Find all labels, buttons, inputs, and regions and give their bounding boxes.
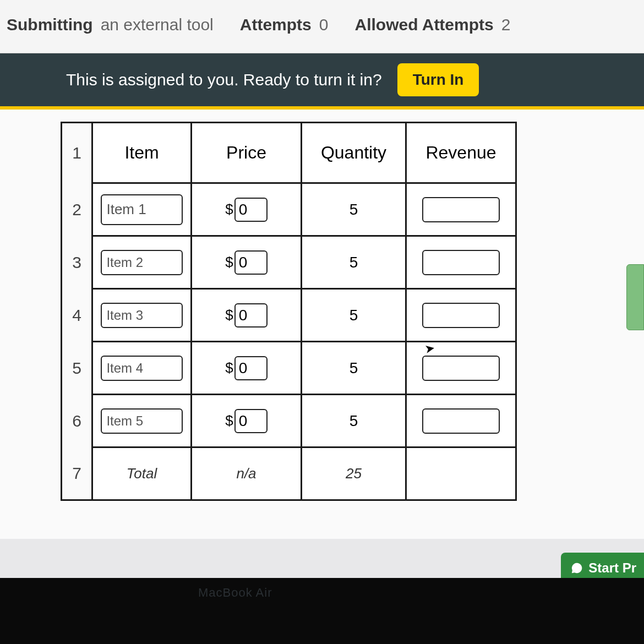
price-value[interactable]: 0 bbox=[234, 356, 268, 380]
allowed-attempts-value: 2 bbox=[501, 15, 511, 34]
price-input[interactable]: $0 bbox=[192, 237, 301, 288]
total-revenue bbox=[406, 447, 516, 500]
table-total-row: 7 Total n/a 25 bbox=[62, 447, 516, 500]
revenue-input[interactable] bbox=[422, 250, 500, 275]
assignment-message: This is assigned to you. Ready to turn i… bbox=[66, 70, 382, 89]
table-row: 2 Item 1 $0 5 bbox=[62, 183, 516, 236]
header-quantity: Quantity bbox=[302, 123, 406, 183]
price-input[interactable]: $0 bbox=[192, 290, 301, 341]
row-number: 4 bbox=[62, 289, 92, 342]
submitting-value: an external tool bbox=[101, 15, 214, 34]
currency-prefix: $ bbox=[225, 307, 233, 324]
table-row: 5 Item 4 $0 5 bbox=[62, 342, 516, 395]
total-label: Total bbox=[92, 447, 192, 500]
table-row: 4 Item 3 $0 5 bbox=[62, 289, 516, 342]
turn-in-button[interactable]: Turn In bbox=[397, 63, 479, 96]
assignment-banner: This is assigned to you. Ready to turn i… bbox=[0, 53, 644, 110]
price-value[interactable]: 0 bbox=[234, 409, 268, 433]
chat-icon bbox=[571, 562, 583, 574]
price-value[interactable]: 0 bbox=[234, 303, 268, 328]
total-quantity: 25 bbox=[302, 447, 406, 500]
start-button-label: Start Pr bbox=[588, 560, 636, 576]
item-name-input[interactable]: Item 3 bbox=[101, 303, 182, 328]
item-name-input[interactable]: Item 1 bbox=[101, 194, 182, 225]
table-row: 6 Item 5 $0 5 bbox=[62, 395, 516, 447]
currency-prefix: $ bbox=[225, 254, 233, 271]
row-number: 7 bbox=[62, 447, 92, 500]
device-label: MacBook Air bbox=[198, 586, 272, 600]
header-item: Item bbox=[92, 123, 192, 183]
item-name-input[interactable]: Item 4 bbox=[101, 356, 182, 381]
header-revenue: Revenue bbox=[406, 123, 516, 183]
quantity-cell: 5 bbox=[302, 342, 406, 395]
revenue-input[interactable] bbox=[422, 356, 500, 381]
total-price: n/a bbox=[192, 447, 302, 500]
currency-prefix: $ bbox=[225, 359, 233, 376]
quantity-cell: 5 bbox=[302, 289, 406, 342]
revenue-input[interactable] bbox=[422, 408, 500, 434]
price-input[interactable]: $0 bbox=[192, 342, 301, 394]
row-number: 1 bbox=[62, 123, 92, 183]
attempts-label: Attempts bbox=[240, 15, 312, 34]
attempts-value: 0 bbox=[319, 15, 329, 34]
row-number: 3 bbox=[62, 236, 92, 289]
allowed-attempts-info: Allowed Attempts 2 bbox=[354, 15, 510, 34]
assignment-meta-bar: Submitting an external tool Attempts 0 A… bbox=[0, 0, 644, 53]
row-number: 5 bbox=[62, 342, 92, 395]
revenue-input[interactable] bbox=[422, 197, 500, 222]
revenue-table[interactable]: 1 Item Price Quantity Revenue 2 Item 1 $… bbox=[61, 122, 517, 501]
device-bezel: MacBook Air bbox=[0, 578, 644, 644]
row-number: 2 bbox=[62, 183, 92, 236]
side-tab[interactable] bbox=[626, 264, 644, 330]
currency-prefix: $ bbox=[225, 201, 233, 218]
price-value[interactable]: 0 bbox=[234, 198, 268, 222]
table-row: 3 Item 2 $0 5 bbox=[62, 236, 516, 289]
quantity-cell: 5 bbox=[302, 236, 406, 289]
submitting-label: Submitting bbox=[7, 15, 93, 34]
item-name-input[interactable]: Item 2 bbox=[101, 250, 182, 275]
allowed-attempts-label: Allowed Attempts bbox=[354, 15, 493, 34]
header-price: Price bbox=[192, 123, 302, 183]
price-input[interactable]: $0 bbox=[192, 395, 301, 446]
item-name-input[interactable]: Item 5 bbox=[101, 408, 182, 434]
attempts-info: Attempts 0 bbox=[240, 15, 329, 34]
price-input[interactable]: $0 bbox=[192, 184, 301, 235]
quantity-cell: 5 bbox=[302, 183, 406, 236]
row-number: 6 bbox=[62, 395, 92, 447]
submitting-info: Submitting an external tool bbox=[7, 15, 214, 34]
spreadsheet-area: 1 Item Price Quantity Revenue 2 Item 1 $… bbox=[0, 110, 644, 539]
currency-prefix: $ bbox=[225, 412, 233, 429]
revenue-input[interactable] bbox=[422, 303, 500, 328]
quantity-cell: 5 bbox=[302, 395, 406, 447]
table-header-row: 1 Item Price Quantity Revenue bbox=[62, 123, 516, 183]
price-value[interactable]: 0 bbox=[234, 250, 268, 275]
